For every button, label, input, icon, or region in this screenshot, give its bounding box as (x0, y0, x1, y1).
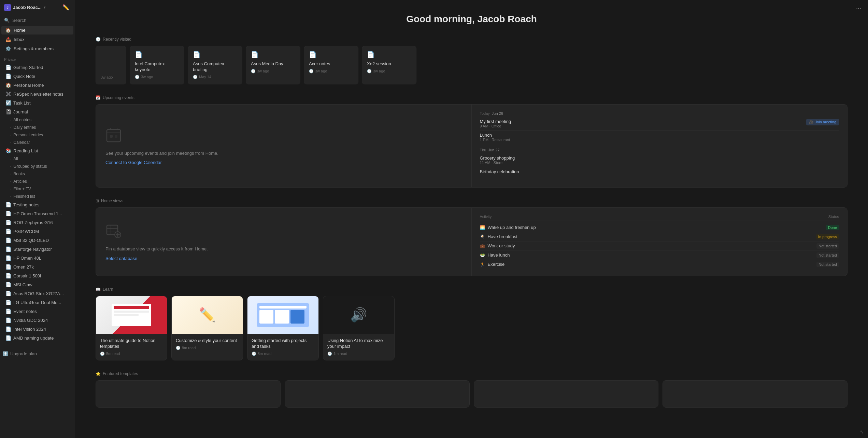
sidebar-sub-item-finished-list[interactable]: · Finished list (1, 193, 73, 200)
chevron-down-icon: ▾ (44, 5, 45, 9)
sidebar-item-corsair[interactable]: 📄 Corsair 1 500i (1, 272, 73, 280)
sidebar-item-msi-claw[interactable]: 📄 MSI Claw (1, 280, 73, 289)
card-meta: 🕒 May 14 (193, 75, 237, 79)
card-meta: 3w ago (101, 75, 121, 79)
card-meta: 🕒 1m read (327, 352, 390, 356)
main-content: ··· Good morning, Jacob Roach 🕒 Recently… (75, 0, 868, 438)
book-icon: 📖 (96, 287, 101, 292)
sidebar-item-journal[interactable]: 📓 Journal (1, 108, 73, 116)
document-icon: 📄 (5, 291, 11, 296)
sidebar-item-event-notes[interactable]: 📄 Event notes (1, 307, 73, 315)
sidebar-item-task-list[interactable]: ☑️ Task List (1, 99, 73, 107)
card-thumbnail (96, 296, 167, 334)
recently-visited-section: 🕒 Recently visited 3w ago 📄 Intel Comput… (96, 37, 848, 84)
sidebar-sub-item-all[interactable]: · All (1, 155, 73, 162)
list-item[interactable]: 📄 Intel Computex keynote 🕒 3w ago (130, 46, 184, 84)
upcoming-events-section: 📅 Upcoming events See your upcoming even… (96, 95, 848, 188)
card-title: Intel Computex keynote (135, 61, 179, 73)
sidebar-item-reading-list[interactable]: 📚 Reading List (1, 147, 73, 155)
clock-icon: 🕒 (251, 69, 256, 73)
sidebar-item-asus-rog[interactable]: 📄 Asus ROG Strix XG27A... (1, 289, 73, 298)
connect-google-calendar-link[interactable]: Connect to Google Calendar (105, 160, 162, 165)
sidebar-item-hp-omen-transcend[interactable]: 📄 HP Omen Transcend 1... (1, 209, 73, 218)
upgrade-plan-button[interactable]: ⬆️ Upgrade plan (0, 349, 75, 358)
sidebar-sub-item-film-tv[interactable]: · Film + TV (1, 186, 73, 192)
document-icon: 📄 (193, 51, 237, 58)
sidebar-item-lg-ultragear[interactable]: 📄 LG UltraGear Dual Mo... (1, 298, 73, 306)
document-icon: 📄 (5, 326, 11, 332)
sidebar-item-starforge-navigator[interactable]: 📄 Starforge Navigator (1, 245, 73, 253)
template-card[interactable] (96, 380, 281, 408)
sidebar-sub-item-daily-entries[interactable]: · Daily entries (1, 124, 73, 131)
page-title: Good morning, Jacob Roach (96, 14, 848, 25)
learn-card[interactable]: The ultimate guide to Notion templates 🕒… (96, 296, 167, 360)
template-card[interactable] (285, 380, 470, 408)
home-views-panel-right: Activity Status 🌅 Wake up and freshen up… (472, 208, 848, 276)
list-item[interactable]: 📄 Asus Media Day 🕒 3w ago (246, 46, 300, 84)
list-item[interactable]: 📄 Asus Computex briefing 🕒 May 14 (188, 46, 242, 84)
document-icon: 📄 (5, 202, 11, 207)
svg-rect-0 (107, 129, 120, 142)
status-badge: Done (826, 225, 839, 230)
card-thumbnail: ✏️ (172, 296, 243, 334)
recently-visited-header: 🕒 Recently visited (96, 37, 848, 42)
select-database-link[interactable]: Select database (105, 256, 137, 261)
sidebar-item-rog-zephyrus[interactable]: 📄 ROG Zephyrus G16 (1, 218, 73, 227)
workspace-name[interactable]: J Jacob Roac... ▾ (4, 4, 45, 11)
sidebar-item-amd-naming[interactable]: 📄 AMD naming update (1, 334, 73, 342)
learn-card[interactable]: ✏️ Customize & style your content 🕒 9m r… (171, 296, 243, 360)
sidebar-item-inbox[interactable]: 📥 Inbox (1, 35, 73, 44)
learn-card[interactable]: Getting started with projects and tasks … (247, 296, 319, 360)
document-icon: 📄 (367, 51, 411, 58)
dot-icon: · (10, 140, 11, 145)
sidebar-sub-item-personal-entries[interactable]: · Personal entries (1, 132, 73, 138)
sidebar-item-settings[interactable]: ⚙️ Settings & members (1, 44, 73, 53)
resize-handle[interactable]: ⤡ (860, 429, 864, 435)
template-card[interactable] (663, 380, 848, 408)
featured-templates-grid (96, 380, 848, 408)
task-row: 💼 Work or study Not started (480, 242, 839, 251)
document-icon: 📄 (5, 220, 11, 225)
sidebar-item-omen-27k[interactable]: 📄 Omen 27k (1, 263, 73, 271)
event-details: My first meeting 9 AM · Office (480, 119, 511, 128)
search-item[interactable]: 🔍 Search (0, 15, 75, 26)
sidebar-item-testing-notes[interactable]: 📄 Testing notes (1, 201, 73, 209)
new-page-button[interactable]: ✏️ (61, 3, 71, 11)
sidebar: J Jacob Roac... ▾ ✏️ 🔍 Search 🏠 Home 📥 I… (0, 0, 75, 438)
sidebar-item-hp-omen-40l[interactable]: 📄 HP Omen 40L (1, 254, 73, 262)
featured-templates-header: ⭐ Featured templates (96, 371, 848, 376)
sidebar-item-personal-home[interactable]: 🏠 Personal Home (1, 81, 73, 89)
sidebar-item-quick-note[interactable]: 📄 Quick Note (1, 72, 73, 80)
sidebar-sub-item-all-entries[interactable]: · All entries (1, 117, 73, 123)
list-item[interactable]: 📄 Xe2 session 🕒 3w ago (362, 46, 416, 84)
learn-card[interactable]: 🔊 Using Notion AI to maximize your impac… (323, 296, 395, 360)
sidebar-item-nvidia-gdc[interactable]: 📄 Nvidia GDC 2024 (1, 316, 73, 324)
sidebar-item-intel-vision[interactable]: 📄 Intel Vision 2024 (1, 325, 73, 333)
calendar-icon: 📅 (96, 95, 101, 100)
clock-icon: 🕒 (96, 37, 101, 42)
sidebar-item-respec-newsletter[interactable]: ✖️ ReSpec Newsletter notes (1, 90, 73, 98)
list-item[interactable]: 📄 Acer notes 🕒 3w ago (304, 46, 358, 84)
task-left: 🥗 Have lunch (480, 252, 510, 258)
list-item[interactable]: 3w ago (96, 46, 126, 84)
sidebar-item-msi-32-qd-oled[interactable]: 📄 MSI 32 QD-OLED (1, 236, 73, 244)
grid-icon: ⊞ (96, 199, 99, 203)
join-meeting-button[interactable]: 🎥 Join meeting (806, 119, 839, 125)
journal-icon: 📓 (5, 109, 11, 114)
dot-icon: · (10, 118, 11, 122)
card-body: The ultimate guide to Notion templates 🕒… (96, 334, 167, 360)
learn-header: 📖 Learn (96, 287, 848, 292)
sidebar-sub-item-books[interactable]: · Books (1, 170, 73, 177)
sidebar-item-getting-started[interactable]: 📄 Getting Started (1, 63, 73, 71)
top-bar-right: ··· (853, 3, 864, 13)
upcoming-events-panel: See your upcoming events and join meetin… (96, 104, 848, 188)
sidebar-sub-item-articles[interactable]: · Articles (1, 178, 73, 185)
sidebar-sub-item-grouped-by-status[interactable]: · Grouped by status (1, 163, 73, 170)
document-icon: ✖️ (5, 91, 11, 97)
template-card[interactable] (474, 380, 659, 408)
more-options-button[interactable]: ··· (853, 3, 864, 13)
sidebar-item-home[interactable]: 🏠 Home (1, 26, 73, 35)
sidebar-sub-item-calendar[interactable]: · Calendar (1, 139, 73, 146)
sidebar-item-pg34wcdm[interactable]: 📄 PG34WCDM (1, 227, 73, 235)
status-badge: In progress (816, 234, 839, 239)
